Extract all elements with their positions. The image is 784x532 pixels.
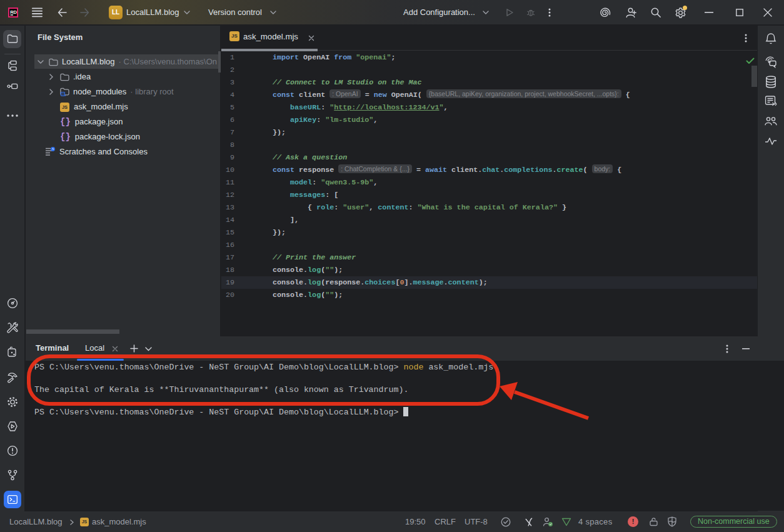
svg-text:RD: RD (10, 9, 17, 15)
